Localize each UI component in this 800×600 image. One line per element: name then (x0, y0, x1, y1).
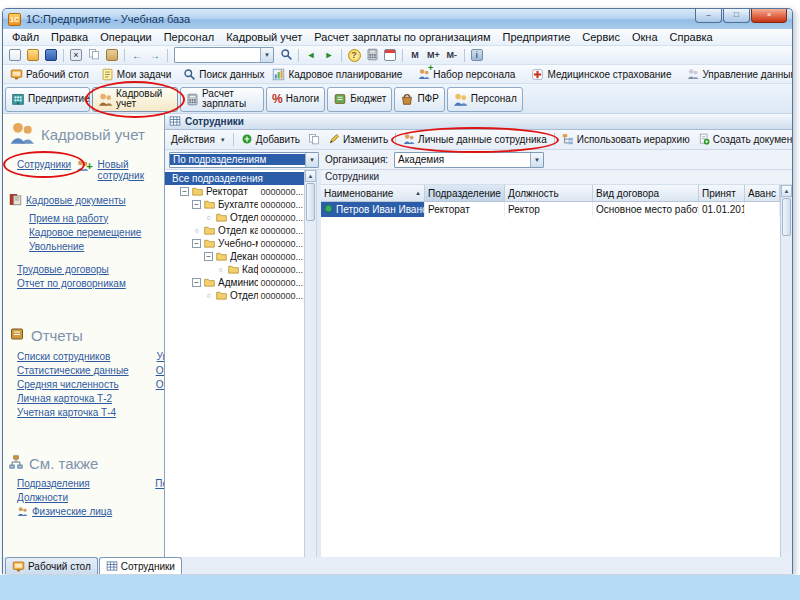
menu-item-Окна[interactable]: Окна (626, 30, 664, 44)
memory-button-m-plus[interactable]: M+ (424, 47, 443, 64)
employees-window-titlebar[interactable]: Сотрудники (165, 114, 792, 130)
menu-item-Справка[interactable]: Справка (664, 30, 719, 44)
panel-button-Рабочий стол[interactable]: Рабочий стол (6, 67, 93, 82)
sidebar-link-new-employee[interactable]: Новый сотрудник (98, 159, 150, 181)
add-button[interactable]: Добавить (237, 132, 304, 148)
service-button[interactable]: i (468, 47, 486, 64)
column-header-Подразделение[interactable]: Подразделение (425, 185, 505, 201)
menu-item-Файл[interactable]: Файл (6, 30, 45, 44)
copy-button[interactable] (85, 47, 103, 64)
minimize-button[interactable]: – (695, 9, 722, 23)
link-Отчет по договорникам[interactable]: Отчет по договорникам (17, 278, 126, 289)
collapse-icon[interactable]: − (180, 187, 189, 196)
open-button[interactable] (24, 47, 42, 64)
tab-Кадровый учет[interactable]: Кадровый учет (92, 87, 178, 112)
paste-button[interactable] (103, 47, 121, 64)
sidebar-link-documents[interactable]: Кадровые документы (26, 195, 126, 206)
link-extra-Пе[interactable]: Пе (155, 478, 164, 489)
memory-button-m-minus[interactable]: M- (443, 47, 461, 64)
link-Трудовые договоры[interactable]: Трудовые договоры (17, 264, 109, 275)
column-header-Аванс[interactable]: Аванс (745, 185, 780, 201)
menu-item-Правка[interactable]: Правка (45, 30, 94, 44)
link-Увольнение[interactable]: Увольнение (29, 241, 84, 252)
new-document-button[interactable] (6, 47, 24, 64)
column-header-Принят[interactable]: Принят (699, 185, 745, 201)
link-Личная карточка Т-2[interactable]: Личная карточка Т-2 (17, 393, 112, 404)
link-extra-От[interactable]: От (156, 365, 164, 376)
link-Списки сотрудников[interactable]: Списки сотрудников (17, 351, 110, 362)
link-Учетная карточка Т-4[interactable]: Учетная карточка Т-4 (17, 407, 116, 418)
collapse-icon[interactable]: − (192, 239, 201, 248)
copy-item-button[interactable] (304, 132, 324, 148)
menu-item-Кадровый учет[interactable]: Кадровый учет (220, 30, 308, 44)
view-mode-combobox[interactable]: По подразделениям▼ (169, 152, 319, 168)
title-bar[interactable]: 1С 1С:Предприятие - Учебная база – □ × (3, 9, 792, 29)
tree-row-Административн...[interactable]: −Административн...0000000... (165, 276, 304, 289)
panel-button-Медицинское страхование[interactable]: Медицинское страхование (527, 67, 675, 82)
calendar-button[interactable] (381, 47, 399, 64)
tree-row-Деканат[interactable]: −Деканат0000000... (165, 250, 304, 263)
tree-row-Отдел кадров[interactable]: ○Отдел кадров0000000... (165, 224, 304, 237)
panel-button-Набор персонала[interactable]: +Набор персонала (414, 67, 519, 81)
chevron-down-icon[interactable]: ▼ (260, 48, 273, 62)
tab-ПФР[interactable]: ПФР (394, 87, 444, 112)
organization-combobox[interactable]: Академия▼ (394, 152, 544, 168)
tree-row-Отдел госуда...[interactable]: ○Отдел госуда...0000000... (165, 211, 304, 224)
tab-Персонал[interactable]: Персонал (447, 87, 523, 112)
tree-row-Бухгалтерия[interactable]: −Бухгалтерия0000000... (165, 198, 304, 211)
tab-Налоги[interactable]: %Налоги (266, 87, 325, 112)
collapse-icon[interactable]: − (192, 200, 201, 209)
menu-item-Операции[interactable]: Операции (94, 30, 157, 44)
tree-row-Ректорат[interactable]: −Ректорат0000000... (165, 185, 304, 198)
redo-button[interactable]: → (146, 47, 164, 64)
window-tab-Рабочий стол[interactable]: Рабочий стол (5, 557, 98, 574)
tree-row-Кафедра ...[interactable]: ○Кафедра ...0000000... (165, 263, 304, 276)
back-button[interactable]: ◄ (302, 47, 320, 64)
maximize-button[interactable]: □ (723, 9, 750, 23)
tree-row-Отдел охраны[interactable]: ○Отдел охраны0000000... (165, 289, 304, 302)
scroll-up-icon[interactable]: ▲ (305, 170, 316, 182)
scroll-thumb[interactable] (306, 183, 315, 221)
link-Физические лица[interactable]: Физические лица (32, 506, 112, 517)
tab-Бюджет[interactable]: Бюджет (327, 87, 392, 112)
scroll-up-icon[interactable]: ▲ (781, 185, 792, 197)
tab-Предприятие[interactable]: Предприятие (5, 87, 90, 112)
collapse-icon[interactable]: − (192, 278, 201, 287)
collapse-icon[interactable]: − (204, 252, 213, 261)
actions-button[interactable]: Действия▼ (167, 133, 230, 146)
forward-button[interactable]: ► (320, 47, 338, 64)
scroll-thumb[interactable] (782, 198, 791, 236)
panel-button-Мои задачи[interactable]: Мои задачи (97, 67, 176, 82)
link-Подразделения[interactable]: Подразделения (17, 478, 90, 489)
close-button[interactable]: × (751, 9, 787, 23)
use-hierarchy-button[interactable]: Использовать иерархию (558, 132, 694, 148)
cut-button[interactable]: × (67, 47, 85, 64)
column-header-Наименование[interactable]: Наименование▲ (321, 185, 425, 201)
memory-button-m[interactable]: M (406, 47, 424, 64)
chevron-down-icon[interactable]: ▼ (305, 153, 318, 167)
panel-button-Кадровое планирование[interactable]: Кадровое планирование (268, 67, 406, 82)
menu-item-Расчет зарплаты по организациям[interactable]: Расчет зарплаты по организациям (308, 30, 496, 44)
link-extra-От[interactable]: От (156, 379, 164, 390)
personal-data-button[interactable]: Личные данные сотрудника (399, 132, 551, 148)
column-header-Вид договора[interactable]: Вид договора (593, 185, 699, 201)
column-header-Должность[interactable]: Должность (505, 185, 593, 201)
sidebar-link-employees[interactable]: Сотрудники (17, 159, 71, 170)
panel-button-Управление данными сотрудника[interactable]: Управление данными сотрудника (683, 67, 792, 81)
toolbar-combobox[interactable]: ▼ (174, 47, 274, 63)
link-Прием на работу[interactable]: Прием на работу (29, 213, 108, 224)
tree-row-Учебно-методич...[interactable]: −Учебно-методич...0000000... (165, 237, 304, 250)
find-button[interactable] (277, 47, 295, 64)
panel-button-Поиск данных[interactable]: Поиск данных (179, 67, 268, 82)
link-extra-Ун[interactable]: Ун (157, 351, 164, 362)
save-button[interactable] (42, 47, 60, 64)
calculator-button[interactable] (363, 47, 381, 64)
list-scrollbar[interactable]: ▲ (780, 185, 792, 557)
employee-row[interactable]: Петров Иван ИвановичРекторатРекторОсновн… (321, 202, 792, 217)
menu-item-Сервис[interactable]: Сервис (576, 30, 626, 44)
edit-button[interactable]: Изменить (324, 132, 392, 148)
link-Кадровое перемещение[interactable]: Кадровое перемещение (29, 227, 141, 238)
link-Статистические данные[interactable]: Статистические данные (17, 365, 129, 376)
link-Средняя численность[interactable]: Средняя численность (17, 379, 119, 390)
tree-scrollbar[interactable]: ▲ (304, 170, 316, 557)
